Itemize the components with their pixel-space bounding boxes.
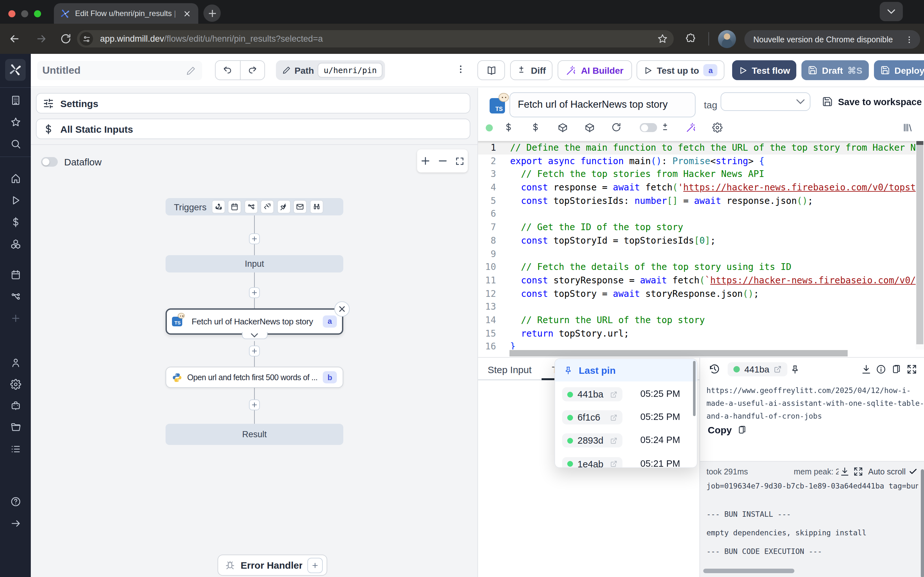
expand-step-chevron-icon[interactable] — [242, 332, 267, 339]
last-pin-option[interactable]: Last pin — [555, 359, 698, 381]
pin-history-item[interactable]: 2893d05:24 PM — [555, 434, 698, 448]
code-horizontal-scrollbar[interactable] — [478, 350, 924, 357]
expand-logs-icon[interactable] — [853, 467, 863, 476]
sidebar-item-workspace-icon[interactable] — [0, 92, 31, 108]
sidebar-item-add-icon[interactable] — [0, 310, 31, 326]
plus-minus-icon[interactable] — [660, 122, 670, 132]
code-line-7[interactable]: 7 // Get the ID of the top story — [478, 221, 924, 234]
library-icon[interactable] — [902, 122, 913, 133]
sidebar-item-home-icon[interactable] — [0, 171, 31, 186]
download-result-icon[interactable] — [861, 364, 871, 374]
step-name-input[interactable]: Fetch url of HackerNews top story — [509, 92, 696, 117]
zoom-out-icon[interactable] — [438, 156, 448, 166]
external-link-icon[interactable] — [610, 460, 617, 467]
code-line-5[interactable]: 5 const topStoriesIds: number[] = await … — [478, 194, 924, 207]
save-to-workspace-button[interactable]: Save to workspace — [822, 96, 922, 107]
sidebar-item-variables-icon[interactable] — [0, 214, 31, 229]
download-logs-icon[interactable] — [840, 467, 850, 476]
settings-row[interactable]: Settings — [36, 93, 470, 113]
external-link-icon[interactable] — [774, 366, 782, 373]
browser-tab[interactable]: Edit Flow u/henri/pin_results | — [54, 3, 198, 24]
tag-select[interactable] — [720, 92, 811, 111]
pin-history-item[interactable]: 6f1c605:25 PM — [555, 410, 698, 424]
poll-trigger-icon[interactable] — [310, 200, 323, 213]
error-handler-node[interactable]: Error Handler — [218, 554, 327, 576]
code-line-12[interactable]: 12 const topStory = await storyResponse.… — [478, 287, 924, 300]
job-id-pill[interactable]: 6f1c6 — [562, 410, 622, 424]
sidebar-item-workers-icon[interactable] — [0, 398, 31, 413]
step-node-a-selected[interactable]: TS Fetch url of HackerNews top story a — [166, 308, 343, 334]
copy-to-clipboard-icon[interactable] — [891, 364, 901, 374]
dropdown-scrollbar[interactable] — [693, 361, 696, 416]
path-chip[interactable]: Path u/henri/pin — [276, 60, 385, 80]
flow-title-field[interactable]: Untitled — [37, 61, 202, 80]
bookmark-star-icon[interactable] — [657, 33, 668, 44]
pin-history-item[interactable]: 441ba05:25 PM — [555, 387, 698, 401]
sidebar-item-help-icon[interactable] — [0, 494, 31, 509]
job-id-pill[interactable]: 2893d — [562, 434, 622, 448]
diff-mode-toggle[interactable] — [640, 123, 657, 132]
ai-builder-button[interactable]: AI Builder — [557, 60, 632, 80]
triggers-node[interactable]: Triggers — [166, 198, 343, 215]
expand-result-icon[interactable] — [907, 364, 917, 374]
resource-picker-icon[interactable] — [531, 122, 540, 132]
url-bar[interactable]: app.windmill.dev/flows/edit/u/henri/pin_… — [77, 30, 674, 47]
reload-icon[interactable] — [56, 29, 75, 48]
code-line-14[interactable]: 14 // Return the URL of the top story — [478, 314, 924, 327]
variable-picker-icon[interactable] — [504, 122, 513, 132]
schedule-trigger-icon[interactable] — [228, 200, 242, 213]
documentation-button[interactable] — [477, 60, 505, 80]
remove-step-icon[interactable] — [334, 301, 350, 317]
chrome-update-button[interactable]: Nouvelle version de Chrome disponible — [744, 30, 920, 49]
external-link-icon[interactable] — [610, 391, 617, 398]
undo-button[interactable] — [216, 61, 240, 79]
add-step-button[interactable] — [249, 287, 260, 298]
back-icon[interactable] — [5, 29, 24, 48]
all-static-inputs-row[interactable]: All Static Inputs — [36, 119, 470, 139]
step-node-b[interactable]: Open url and fetch first 500 words of ..… — [166, 367, 343, 388]
logs-vertical-scrollbar[interactable] — [921, 469, 924, 577]
websocket-trigger-icon[interactable] — [261, 200, 274, 213]
pin-history-item[interactable]: 1e4ab05:21 PM — [555, 457, 698, 468]
external-link-icon[interactable] — [610, 437, 617, 444]
add-step-button[interactable] — [249, 233, 260, 244]
sidebar-item-settings-icon[interactable] — [0, 376, 31, 392]
history-icon[interactable] — [709, 364, 720, 374]
sidebar-item-runs-icon[interactable] — [0, 192, 31, 208]
code-line-4[interactable]: 4 const response = await fetch('https://… — [478, 181, 924, 194]
auto-scroll-checkbox[interactable] — [909, 467, 918, 476]
window-minimize-button[interactable] — [21, 10, 28, 17]
window-close-button[interactable] — [8, 10, 15, 17]
result-node[interactable]: Result — [166, 424, 343, 445]
sidebar-item-schedules-icon[interactable] — [0, 267, 31, 282]
code-line-3[interactable]: 3 // Fetch the top stories from Hacker N… — [478, 168, 924, 181]
code-line-2[interactable]: 2export async function main(): Promise<s… — [478, 154, 924, 167]
external-link-icon[interactable] — [610, 414, 617, 421]
tab-step-input[interactable]: Step Input — [488, 358, 531, 381]
email-trigger-icon[interactable] — [294, 200, 307, 213]
job-id-pill[interactable]: 1e4ab — [562, 457, 622, 468]
redo-button[interactable] — [240, 61, 264, 79]
pin-icon[interactable] — [790, 364, 800, 374]
code-line-13[interactable]: 13 — [478, 300, 924, 314]
code-line-10[interactable]: 10 // Fetch the details of the top story… — [478, 260, 924, 274]
code-line-15[interactable]: 15 return topStory.url; — [478, 327, 924, 340]
deploy-button[interactable]: Deploy — [874, 60, 924, 80]
site-info-icon[interactable] — [79, 32, 93, 45]
forward-icon[interactable] — [31, 29, 51, 48]
test-flow-button[interactable]: Test flow — [732, 60, 796, 80]
logs-horizontal-scrollbar[interactable] — [700, 569, 918, 574]
code-line-9[interactable]: 9 — [478, 247, 924, 260]
input-node[interactable]: Input — [166, 255, 343, 272]
sidebar-item-resources-icon[interactable] — [0, 236, 31, 251]
kafka-trigger-icon[interactable] — [277, 200, 291, 213]
add-error-handler-button[interactable] — [307, 558, 323, 573]
code-vertical-scrollbar[interactable] — [916, 141, 924, 357]
chrome-menu-kebab-icon[interactable] — [905, 35, 914, 44]
sidebar-item-users-icon[interactable] — [0, 355, 31, 370]
code-line-6[interactable]: 6 — [478, 207, 924, 221]
windmill-logo[interactable] — [5, 59, 26, 81]
sidebar-item-expand-sidebar-icon[interactable] — [0, 516, 31, 531]
sidebar-item-triggers-icon[interactable] — [0, 289, 31, 304]
code-editor[interactable]: 1// Define the main function to fetch th… — [478, 141, 924, 357]
